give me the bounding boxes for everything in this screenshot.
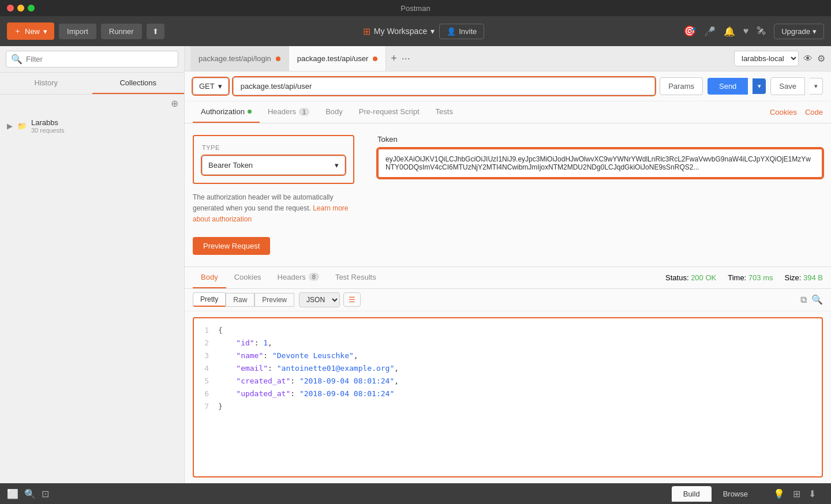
bell-icon[interactable]: 🔔 xyxy=(724,26,735,37)
auth-content: TYPE Bearer Token ▾ The authorization he… xyxy=(185,123,831,266)
auth-tab-pre-request[interactable]: Pre-request Script xyxy=(351,101,428,123)
sidebar-toggle-icon[interactable]: ⬜ xyxy=(7,488,18,499)
import-button[interactable]: Import xyxy=(59,24,96,39)
format-pretty-button[interactable]: Pretty xyxy=(193,292,226,307)
sidebar-toolbar: ⊕ xyxy=(0,95,184,112)
response-section: Body Cookies Headers 8 Test Results Stat… xyxy=(185,266,831,483)
collection-bottom-icon[interactable]: ⊡ xyxy=(42,488,49,499)
tab-dirty-dot xyxy=(276,57,280,61)
folder-name: Larabbs xyxy=(31,118,64,127)
auth-tab-label-pre-request: Pre-request Script xyxy=(359,107,420,116)
upgrade-label: Upgrade xyxy=(781,27,810,36)
sidebar-tab-history[interactable]: History xyxy=(0,73,92,94)
fullscreen-button[interactable] xyxy=(28,5,35,12)
env-gear-button[interactable]: ⚙ xyxy=(817,53,825,64)
code-line-7: 7 } xyxy=(200,400,816,413)
request-tab-user[interactable]: package.test/api/user xyxy=(289,46,387,71)
save-arrow-button[interactable]: ▾ xyxy=(810,78,823,95)
response-tab-body[interactable]: Body xyxy=(193,267,226,288)
heart-icon[interactable]: ♥ xyxy=(743,26,749,36)
token-label: Token xyxy=(377,135,823,144)
code-link[interactable]: Code xyxy=(805,108,823,116)
response-tab-headers[interactable]: Headers 8 xyxy=(269,267,327,288)
method-select[interactable]: GET ▾ xyxy=(193,78,229,95)
params-button[interactable]: Params xyxy=(660,77,703,95)
cookies-link[interactable]: Cookies xyxy=(770,108,797,116)
traffic-lights xyxy=(7,5,35,12)
more-tabs-button[interactable]: ··· xyxy=(402,52,410,65)
environment-select[interactable]: larabbs-local xyxy=(734,51,799,66)
response-tab-cookies[interactable]: Cookies xyxy=(226,267,269,288)
new-button[interactable]: ＋ New ▾ xyxy=(7,22,54,40)
satellite-icon[interactable]: 🛰 xyxy=(757,26,766,36)
runner-button[interactable]: Runner xyxy=(101,24,142,39)
sidebar-content: ▶ 📁 Larabbs 30 requests xyxy=(0,112,184,483)
auth-tab-body[interactable]: Body xyxy=(317,101,351,123)
build-tab[interactable]: Build xyxy=(672,486,712,502)
upgrade-button[interactable]: Upgrade ▾ xyxy=(774,24,824,39)
tab-label-user: package.test/api/user xyxy=(297,54,369,63)
size-value: 394 B xyxy=(803,273,823,282)
wrap-button[interactable]: ☰ xyxy=(343,292,361,307)
response-tab-label-headers: Headers xyxy=(278,273,306,281)
time-value: 703 ms xyxy=(748,273,773,282)
save-button[interactable]: Save xyxy=(770,77,805,95)
env-eye-button[interactable]: 👁 xyxy=(803,54,813,64)
preview-request-button[interactable]: Preview Request xyxy=(193,237,270,255)
search-input[interactable] xyxy=(26,55,173,63)
mic-icon[interactable]: 🎤 xyxy=(704,26,716,37)
format-type-select[interactable]: JSON xyxy=(299,292,340,307)
browse-tab[interactable]: Browse xyxy=(712,486,759,502)
minimize-button[interactable] xyxy=(17,5,24,12)
auth-tab-headers[interactable]: Headers 1 xyxy=(260,101,317,123)
new-collection-button[interactable]: ⊕ xyxy=(171,98,178,109)
fork-button[interactable]: ⬆ xyxy=(147,24,164,39)
format-raw-button[interactable]: Raw xyxy=(226,293,254,307)
search-bottom-icon[interactable]: 🔍 xyxy=(24,488,36,499)
folder-meta: 30 requests xyxy=(31,127,64,134)
new-label: New xyxy=(25,27,40,36)
auth-right-links: Cookies Code xyxy=(770,108,823,116)
target-icon[interactable]: 🎯 xyxy=(683,25,696,37)
auth-type-select[interactable]: Bearer Token ▾ xyxy=(202,156,345,175)
app-title: Postman xyxy=(400,4,430,13)
format-preview-button[interactable]: Preview xyxy=(254,293,294,307)
invite-button[interactable]: 👤 Invite xyxy=(439,24,484,39)
request-tab-login[interactable]: package.test/api/login xyxy=(190,46,289,71)
content-area: package.test/api/login package.test/api/… xyxy=(185,46,831,483)
request-tabs-bar: package.test/api/login package.test/api/… xyxy=(185,46,831,72)
copy-button[interactable]: ⧉ xyxy=(800,294,807,305)
chevron-right-icon: ▶ xyxy=(7,122,13,130)
workspace-button[interactable]: ⊞ My Workspace ▾ xyxy=(363,26,435,37)
response-tab-test-results[interactable]: Test Results xyxy=(327,267,384,288)
close-button[interactable] xyxy=(7,5,14,12)
lightbulb-icon[interactable]: 💡 xyxy=(773,488,785,499)
response-tabs: Body Cookies Headers 8 Test Results Stat… xyxy=(185,267,831,289)
download-icon[interactable]: ⬇ xyxy=(808,488,816,499)
layout-icon[interactable]: ⊞ xyxy=(793,488,800,499)
line-number: 7 xyxy=(200,400,209,413)
status-value: 200 OK xyxy=(691,273,716,282)
tabs-right: larabbs-local 👁 ⚙ xyxy=(734,51,825,66)
tabs-actions: + ··· xyxy=(391,52,410,65)
url-input[interactable] xyxy=(233,77,655,95)
add-tab-button[interactable]: + xyxy=(391,52,397,65)
headers-count-badge: 1 xyxy=(299,108,309,116)
send-button[interactable]: Send xyxy=(708,78,748,95)
folder-item-larabbs[interactable]: ▶ 📁 Larabbs 30 requests xyxy=(0,115,184,137)
sidebar: 🔍 History Collections ⊕ ▶ 📁 Larabbs 30 r… xyxy=(0,46,185,483)
auth-tab-authorization[interactable]: Authorization xyxy=(193,101,260,123)
auth-tab-label-tests: Tests xyxy=(436,107,453,116)
search-response-button[interactable]: 🔍 xyxy=(811,294,823,305)
response-tab-label-cookies: Cookies xyxy=(234,273,261,281)
auth-right-panel: Token eyJ0eXAiOiJKV1QiLCJhbGciOiJIUzI1Ni… xyxy=(377,135,823,255)
bottom-tabs: Build Browse xyxy=(672,486,759,502)
method-arrow-icon: ▾ xyxy=(218,82,222,91)
line-number: 2 xyxy=(200,337,209,349)
line-number: 3 xyxy=(200,349,209,362)
code-line-3: 3 "name": "Devonte Leuschke", xyxy=(200,349,816,362)
response-body: Pretty Raw Preview JSON ☰ ⧉ 🔍 1 { xyxy=(185,289,831,483)
send-arrow-button[interactable]: ▾ xyxy=(753,78,766,94)
sidebar-tab-collections[interactable]: Collections xyxy=(92,73,185,94)
auth-tab-tests[interactable]: Tests xyxy=(428,101,461,123)
